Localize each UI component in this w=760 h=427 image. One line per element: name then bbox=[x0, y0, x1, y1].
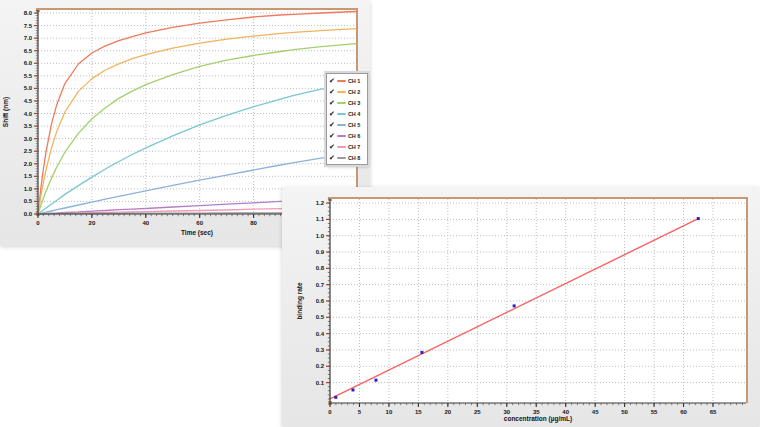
legend-label: CH 3 bbox=[348, 100, 361, 106]
legend-label: CH 2 bbox=[348, 89, 361, 95]
y-tick-label: 1.2 bbox=[316, 200, 325, 206]
y-tick-label: 7.5 bbox=[24, 23, 33, 29]
x-tick-label: 65 bbox=[710, 409, 717, 415]
y-tick-label: 1.0 bbox=[24, 186, 33, 192]
data-point bbox=[513, 304, 516, 307]
legend-item-ch4[interactable]: ✔CH 4 bbox=[329, 108, 365, 119]
x-tick-label: 0 bbox=[328, 409, 332, 415]
checkmark-icon[interactable]: ✔ bbox=[329, 99, 335, 106]
data-point bbox=[697, 217, 700, 220]
legend-label: CH 8 bbox=[348, 155, 361, 161]
y-tick-label: 2.0 bbox=[24, 161, 33, 167]
checkmark-icon[interactable]: ✔ bbox=[329, 154, 335, 161]
legend-line-sample-icon bbox=[337, 157, 346, 159]
y-tick-label: 4.5 bbox=[24, 98, 33, 104]
legend-item-ch8[interactable]: ✔CH 8 bbox=[329, 152, 365, 163]
y-tick-label: 5.5 bbox=[24, 73, 33, 79]
x-tick-label: 55 bbox=[651, 409, 658, 415]
y-tick-label: 0.6 bbox=[316, 298, 325, 304]
y-tick-label: 6.5 bbox=[24, 48, 33, 54]
legend-item-ch5[interactable]: ✔CH 5 bbox=[329, 119, 365, 130]
data-point bbox=[374, 379, 377, 382]
legend-line-sample-icon bbox=[337, 135, 346, 137]
y-tick-label: 0.7 bbox=[316, 282, 325, 288]
y-tick-label: 1.0 bbox=[316, 233, 325, 239]
x-tick-label: 15 bbox=[415, 409, 422, 415]
legend-line-sample-icon bbox=[337, 80, 346, 82]
legend-line-sample-icon bbox=[337, 113, 346, 115]
y-tick-label: 2.5 bbox=[24, 148, 33, 154]
y-tick-label: 1.5 bbox=[24, 173, 33, 179]
y-tick-label: 0.0 bbox=[24, 211, 33, 217]
y-tick-label: 0.4 bbox=[316, 331, 325, 337]
y-axis-label: binding rate bbox=[296, 282, 304, 320]
legend-item-ch3[interactable]: ✔CH 3 bbox=[329, 97, 365, 108]
x-tick-label: 10 bbox=[386, 409, 393, 415]
legend-item-ch1[interactable]: ✔CH 1 bbox=[329, 75, 365, 86]
x-axis-label: concentration (µg/mL) bbox=[504, 415, 572, 423]
legend-label: CH 1 bbox=[348, 78, 361, 84]
y-tick-label: 8.0 bbox=[24, 10, 33, 16]
y-tick-label: 0.5 bbox=[316, 314, 325, 320]
legend-label: CH 7 bbox=[348, 144, 361, 150]
checkmark-icon[interactable]: ✔ bbox=[329, 143, 335, 150]
legend-label: CH 4 bbox=[348, 111, 361, 117]
x-tick-label: 80 bbox=[250, 220, 257, 226]
legend-line-sample-icon bbox=[337, 91, 346, 93]
x-axis-label: Time (sec) bbox=[181, 229, 213, 237]
legend-item-ch6[interactable]: ✔CH 6 bbox=[329, 130, 365, 141]
data-point bbox=[351, 388, 354, 391]
standard-curve-panel: 0.10.20.30.40.50.60.70.80.91.01.11.20510… bbox=[282, 187, 760, 427]
x-tick-label: 0 bbox=[36, 220, 40, 226]
x-tick-label: 45 bbox=[592, 409, 599, 415]
checkmark-icon[interactable]: ✔ bbox=[329, 110, 335, 117]
y-tick-label: 6.0 bbox=[24, 60, 33, 66]
x-tick-label: 40 bbox=[142, 220, 149, 226]
x-tick-label: 60 bbox=[196, 220, 203, 226]
legend-line-sample-icon bbox=[337, 124, 346, 126]
y-tick-label: 0.5 bbox=[24, 198, 33, 204]
legend-item-ch7[interactable]: ✔CH 7 bbox=[329, 141, 365, 152]
x-tick-label: 20 bbox=[445, 409, 452, 415]
channel-legend: ✔CH 1✔CH 2✔CH 3✔CH 4✔CH 5✔CH 6✔CH 7✔CH 8 bbox=[326, 73, 368, 165]
y-tick-label: 0.2 bbox=[316, 363, 325, 369]
plot-area bbox=[38, 10, 356, 214]
data-point bbox=[420, 351, 423, 354]
workspace: 0.00.51.01.52.02.53.03.54.04.55.05.56.06… bbox=[0, 0, 760, 427]
legend-label: CH 5 bbox=[348, 122, 361, 128]
data-point bbox=[334, 396, 337, 399]
legend-label: CH 6 bbox=[348, 133, 361, 139]
y-tick-label: 7.0 bbox=[24, 35, 33, 41]
checkmark-icon[interactable]: ✔ bbox=[329, 77, 335, 84]
y-tick-label: 3.0 bbox=[24, 136, 33, 142]
legend-line-sample-icon bbox=[337, 146, 346, 148]
y-tick-label: 0.8 bbox=[316, 265, 325, 271]
y-axis-label: Shift (nm) bbox=[2, 97, 10, 127]
y-tick-label: 4.0 bbox=[24, 111, 33, 117]
y-tick-label: 0.3 bbox=[316, 347, 325, 353]
x-tick-label: 5 bbox=[358, 409, 362, 415]
y-tick-label: 5.0 bbox=[24, 85, 33, 91]
x-tick-label: 50 bbox=[621, 409, 628, 415]
checkmark-icon[interactable]: ✔ bbox=[329, 121, 335, 128]
x-tick-label: 20 bbox=[89, 220, 96, 226]
x-tick-label: 60 bbox=[680, 409, 687, 415]
y-tick-label: 3.5 bbox=[24, 123, 33, 129]
legend-item-ch2[interactable]: ✔CH 2 bbox=[329, 86, 365, 97]
standard-curve-chart: 0.10.20.30.40.50.60.70.80.91.01.11.20510… bbox=[282, 187, 760, 427]
y-tick-label: 1.1 bbox=[316, 216, 325, 222]
legend-line-sample-icon bbox=[337, 102, 346, 104]
y-tick-label: 0.1 bbox=[316, 380, 325, 386]
x-tick-label: 25 bbox=[474, 409, 481, 415]
y-tick-label: 0.9 bbox=[316, 249, 325, 255]
checkmark-icon[interactable]: ✔ bbox=[329, 88, 335, 95]
checkmark-icon[interactable]: ✔ bbox=[329, 132, 335, 139]
